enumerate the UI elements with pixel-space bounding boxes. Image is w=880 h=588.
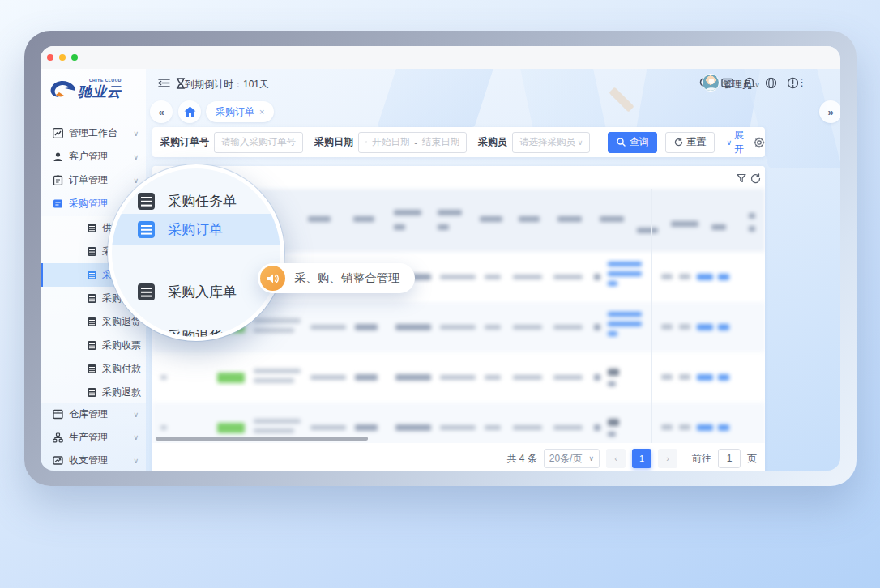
- tab-purchase-order[interactable]: 采购订单 ×: [206, 101, 274, 122]
- magnified-menu-item-采购入库单[interactable]: 采购入库单: [112, 276, 280, 307]
- sidebar-subitem-采购付款[interactable]: 采购付款: [41, 357, 146, 381]
- blurred-content: [395, 374, 431, 381]
- table-row-blurred[interactable]: [152, 352, 765, 403]
- blurred-content: [519, 216, 540, 222]
- magnified-menu-item-采购订单[interactable]: 采购订单: [112, 214, 280, 245]
- blurred-content: [711, 224, 726, 230]
- chevron-down-icon: ∨: [133, 153, 139, 161]
- chevron-down-icon: ∨: [133, 177, 139, 185]
- blurred-content: [254, 328, 294, 333]
- blurred-content: [718, 274, 729, 280]
- date-range-input[interactable]: 开始日期 - 结束日期: [358, 132, 467, 153]
- page-background: CHIYE CLOUD 驰业云 管理工作台∨客户管理∨订单管理∨采购管理 供应商…: [0, 0, 880, 588]
- refresh-table-icon[interactable]: [750, 173, 761, 184]
- blurred-content: [485, 325, 501, 330]
- kebab-menu-icon[interactable]: ⋮: [795, 75, 809, 89]
- chevron-down-icon: ∨: [133, 130, 139, 138]
- blurred-content: [254, 318, 301, 323]
- calendar-icon: [365, 138, 367, 147]
- logo-title: 驰业云: [78, 83, 122, 101]
- blurred-content: [217, 423, 245, 433]
- user-menu[interactable]: 管理员 ∨: [723, 78, 760, 92]
- sidebar-item-生产管理[interactable]: 生产管理∨: [41, 426, 146, 450]
- blurred-content: [594, 324, 600, 330]
- collapse-sidebar-icon[interactable]: [157, 76, 171, 90]
- magnified-menu-label: 采购入库单: [168, 283, 237, 301]
- sidebar-subitem-label: 采购付款: [102, 362, 141, 376]
- list-icon: [88, 364, 96, 373]
- buyer-label: 采购员: [478, 135, 507, 149]
- chevron-down-icon: ∨: [133, 457, 139, 465]
- blurred-content: [355, 374, 378, 381]
- sidebar-item-管理工作台[interactable]: 管理工作台∨: [41, 121, 146, 145]
- blurred-content: [485, 425, 501, 430]
- blurred-content: [661, 374, 673, 380]
- purchase-icon: [53, 198, 63, 209]
- next-page-button[interactable]: ›: [658, 449, 677, 468]
- minimize-window-button[interactable]: [59, 54, 66, 61]
- sidebar-subitem-采购退款[interactable]: 采购退款: [41, 381, 146, 404]
- close-window-button[interactable]: [47, 54, 53, 61]
- magnified-menu-item-采购任务单[interactable]: 采购任务单: [112, 185, 280, 216]
- blurred-content: [438, 224, 449, 230]
- scroll-tabs-left-button[interactable]: «: [150, 100, 173, 123]
- blurred-content: [394, 224, 405, 230]
- blurred-content: [440, 325, 476, 330]
- blurred-content: [440, 275, 476, 279]
- chevron-down-icon: ∨: [133, 433, 139, 441]
- app-logo: CHIYE CLOUD 驰业云: [49, 75, 139, 106]
- main-header: 到期倒计时：101天: [146, 69, 840, 97]
- blurred-content: [608, 262, 642, 266]
- search-button[interactable]: 查询: [608, 132, 657, 153]
- order-no-input[interactable]: 请输入采购订单号: [214, 132, 303, 153]
- blurred-content: [679, 324, 690, 330]
- filter-settings-gear-icon[interactable]: [754, 137, 765, 148]
- prev-page-button[interactable]: ‹: [606, 449, 626, 468]
- sidebar-subitem-采购收票[interactable]: 采购收票: [41, 334, 146, 357]
- blurred-content: [395, 324, 431, 330]
- list-icon: [88, 247, 96, 256]
- maximize-window-button[interactable]: [71, 54, 78, 61]
- sidebar-item-收支管理[interactable]: 收支管理∨: [41, 449, 146, 471]
- sidebar-subitem-label: 采购收票: [102, 339, 141, 352]
- language-globe-icon[interactable]: [764, 76, 778, 90]
- refresh-icon: [674, 138, 683, 147]
- order-no-label: 采购订单号: [160, 135, 209, 149]
- customer-icon: [53, 151, 63, 162]
- more-options-icon[interactable]: [778, 76, 792, 90]
- expand-filters-link[interactable]: ∨ 展开: [726, 129, 744, 156]
- blurred-content: [160, 375, 167, 380]
- device-frame: CHIYE CLOUD 驰业云 管理工作台∨客户管理∨订单管理∨采购管理 供应商…: [24, 31, 857, 486]
- sidebar-subitem-采购退货[interactable]: 采购退货: [41, 310, 146, 334]
- blurred-content: [608, 369, 619, 376]
- sidebar-item-label: 仓库管理: [69, 407, 108, 421]
- blurred-content: [557, 216, 582, 222]
- sidebar-item-仓库管理[interactable]: 仓库管理∨: [41, 403, 146, 426]
- page-suffix: 页: [747, 452, 757, 466]
- close-tab-icon[interactable]: ×: [259, 107, 264, 117]
- scroll-tabs-right-button[interactable]: »: [819, 100, 840, 123]
- horizontal-scrollbar[interactable]: [156, 437, 368, 441]
- sidebar-item-label: 收支管理: [69, 454, 108, 467]
- page-size-select[interactable]: 20条/页 ∨: [544, 449, 600, 468]
- sidebar-item-客户管理[interactable]: 客户管理∨: [41, 145, 146, 168]
- blurred-content: [254, 378, 294, 383]
- reset-button[interactable]: 重置: [665, 132, 715, 153]
- blurred-content: [608, 381, 616, 386]
- filter-panel: 采购订单号 请输入采购订单号 采购日期 开始日期 - 结束日期 采购员 请选择采…: [152, 127, 765, 157]
- purchase-date-label: 采购日期: [314, 135, 353, 149]
- buyer-select[interactable]: 请选择采购员 ∨: [512, 132, 590, 153]
- page-1-button[interactable]: 1: [632, 449, 651, 468]
- blurred-content: [600, 216, 624, 222]
- goto-page-input[interactable]: 1: [718, 449, 741, 468]
- magnified-menu-label: 采购订单: [168, 220, 223, 239]
- sidebar-item-订单管理[interactable]: 订单管理∨: [41, 168, 146, 192]
- blurred-content: [308, 216, 331, 222]
- blurred-content: [608, 432, 616, 437]
- blurred-content: [480, 216, 502, 222]
- user-avatar[interactable]: [702, 74, 720, 92]
- home-tab-button[interactable]: [178, 100, 201, 123]
- filter-funnel-icon[interactable]: [736, 173, 747, 184]
- blurred-content: [310, 325, 346, 330]
- blurred-content: [637, 228, 658, 233]
